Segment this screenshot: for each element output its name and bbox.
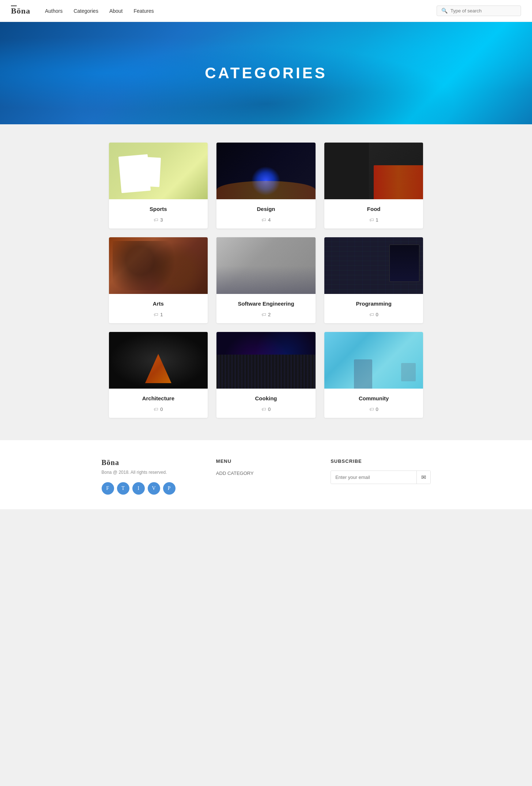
category-image [109, 237, 208, 294]
tag-icon: 🏷 [369, 217, 374, 223]
footer: Bōna Bona @ 2018. All rights reserved. F… [0, 440, 532, 509]
category-image [324, 332, 423, 389]
tag-icon: 🏷 [154, 217, 158, 223]
category-image [216, 332, 316, 389]
category-name: Programming [332, 301, 416, 307]
footer-brand: Bōna Bona @ 2018. All rights reserved. F… [102, 458, 201, 495]
category-image [109, 143, 208, 199]
category-card[interactable]: Community 🏷 0 [324, 332, 423, 418]
category-image [216, 143, 316, 199]
footer-menu-item[interactable]: ADD CATEGORY [216, 471, 316, 476]
footer-subscribe-col: SUBSCRIBE ✉ [331, 458, 430, 495]
category-name: Food [332, 206, 416, 212]
category-count: 🏷 0 [116, 407, 201, 412]
category-card[interactable]: Food 🏷 1 [324, 143, 423, 228]
category-card[interactable]: Programming 🏷 0 [324, 237, 423, 323]
footer-menu: ADD CATEGORY [216, 471, 316, 476]
category-image [216, 237, 316, 294]
category-count: 🏷 2 [224, 312, 308, 317]
card-body: Cooking 🏷 0 [216, 389, 316, 418]
card-body: Architecture 🏷 0 [109, 389, 208, 418]
card-body: Programming 🏷 0 [324, 294, 423, 323]
nav-link-authors[interactable]: Authors [45, 8, 63, 14]
main-content: Sports 🏷 3 Design 🏷 4 Food 🏷 [102, 143, 431, 418]
nav-link-about[interactable]: About [109, 8, 123, 14]
tag-icon: 🏷 [154, 407, 158, 412]
count-value: 0 [376, 407, 378, 412]
tag-icon: 🏷 [261, 217, 266, 223]
category-image [324, 237, 423, 294]
category-card[interactable]: Arts 🏷 1 [109, 237, 208, 323]
category-count: 🏷 0 [224, 407, 308, 412]
tag-icon: 🏷 [261, 312, 266, 317]
count-value: 4 [268, 217, 271, 223]
search-icon: 🔍 [441, 8, 448, 14]
category-count: 🏷 0 [332, 312, 416, 317]
category-name: Cooking [224, 395, 308, 401]
count-value: 1 [160, 312, 163, 317]
category-count: 🏷 1 [332, 217, 416, 223]
search-bar: 🔍 [437, 5, 521, 16]
card-body: Community 🏷 0 [324, 389, 423, 418]
tag-icon: 🏷 [369, 312, 374, 317]
category-image [324, 143, 423, 199]
category-name: Arts [116, 301, 201, 307]
footer-logo: Bōna [102, 458, 201, 467]
count-value: 0 [160, 407, 163, 412]
tag-icon: 🏷 [154, 312, 158, 317]
category-count: 🏷 1 [116, 312, 201, 317]
footer-social: FTIVP [102, 482, 201, 495]
category-name: Community [332, 395, 416, 401]
nav-links: Authors Categories About Features [45, 8, 437, 14]
category-count: 🏷 3 [116, 217, 201, 223]
category-count: 🏷 4 [224, 217, 308, 223]
footer-menu-title: MENU [216, 458, 316, 464]
nav-link-features[interactable]: Features [133, 8, 154, 14]
tag-icon: 🏷 [369, 407, 374, 412]
footer-copyright: Bona @ 2018. All rights reserved. [102, 470, 201, 475]
category-card[interactable]: Software Engineering 🏷 2 [216, 237, 316, 323]
navigation: Bōna Authors Categories About Features 🔍 [0, 0, 532, 22]
category-card[interactable]: Design 🏷 4 [216, 143, 316, 228]
category-card[interactable]: Sports 🏷 3 [109, 143, 208, 228]
count-value: 3 [160, 217, 163, 223]
card-body: Sports 🏷 3 [109, 199, 208, 228]
twitter-icon[interactable]: T [117, 482, 129, 495]
category-name: Architecture [116, 395, 201, 401]
count-value: 2 [268, 312, 271, 317]
search-input[interactable] [450, 8, 516, 14]
tag-icon: 🏷 [261, 407, 266, 412]
footer-inner: Bōna Bona @ 2018. All rights reserved. F… [102, 458, 431, 495]
card-body: Arts 🏷 1 [109, 294, 208, 323]
category-name: Design [224, 206, 308, 212]
pinterest-icon[interactable]: P [163, 482, 176, 495]
footer-subscribe-title: SUBSCRIBE [331, 458, 430, 464]
subscribe-form: ✉ [331, 471, 430, 484]
categories-grid: Sports 🏷 3 Design 🏷 4 Food 🏷 [109, 143, 423, 418]
instagram-icon[interactable]: I [132, 482, 145, 495]
vimeo-icon[interactable]: V [148, 482, 160, 495]
subscribe-email-input[interactable] [331, 471, 416, 484]
count-value: 0 [376, 312, 378, 317]
category-name: Software Engineering [224, 301, 308, 307]
site-logo[interactable]: Bōna [11, 6, 30, 16]
category-count: 🏷 0 [332, 407, 416, 412]
nav-link-categories[interactable]: Categories [73, 8, 98, 14]
category-card[interactable]: Cooking 🏷 0 [216, 332, 316, 418]
facebook-icon[interactable]: F [102, 482, 114, 495]
category-name: Sports [116, 206, 201, 212]
category-card[interactable]: Architecture 🏷 0 [109, 332, 208, 418]
subscribe-button[interactable]: ✉ [416, 471, 430, 484]
card-body: Design 🏷 4 [216, 199, 316, 228]
count-value: 0 [268, 407, 271, 412]
footer-menu-col: MENU ADD CATEGORY [216, 458, 316, 495]
card-body: Food 🏷 1 [324, 199, 423, 228]
category-image [109, 332, 208, 389]
card-body: Software Engineering 🏷 2 [216, 294, 316, 323]
page-title: CATEGORIES [205, 64, 327, 82]
hero-banner: CATEGORIES [0, 22, 532, 124]
count-value: 1 [376, 217, 378, 223]
